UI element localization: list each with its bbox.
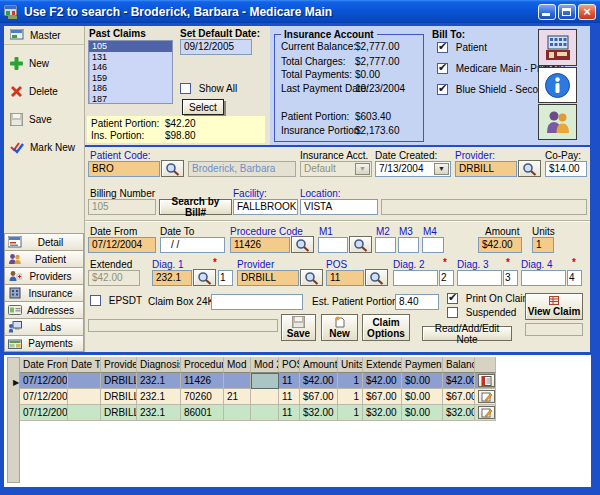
- claim-options-button[interactable]: Claim Options: [362, 314, 410, 341]
- past-claim-item[interactable]: 146: [89, 62, 172, 73]
- epsdt-checkbox[interactable]: [90, 295, 101, 306]
- grid-cell[interactable]: 86001: [181, 405, 224, 421]
- diag2-field[interactable]: [393, 270, 438, 286]
- pos-search-button[interactable]: [365, 269, 388, 286]
- grid-cell[interactable]: 1: [338, 373, 363, 389]
- grid-col-header[interactable]: Diagnosis: [137, 357, 181, 373]
- pos-field[interactable]: 11: [326, 270, 364, 286]
- provider2-search-button[interactable]: [300, 269, 323, 286]
- past-claims-list[interactable]: 105 131 146 159 186 187: [88, 40, 173, 104]
- grid-col-header[interactable]: Date To: [68, 357, 101, 373]
- grid-cell[interactable]: [224, 373, 251, 389]
- bill-to-patient-checkbox[interactable]: [437, 42, 448, 53]
- grid-cell[interactable]: 1: [338, 389, 363, 405]
- grid-cell[interactable]: [224, 405, 251, 421]
- grid-cell[interactable]: $32.00: [300, 405, 338, 421]
- diag2-pointer-field[interactable]: 2: [439, 270, 454, 286]
- grid-cell[interactable]: 07/12/2004: [20, 389, 68, 405]
- show-all-checkbox[interactable]: [180, 83, 191, 94]
- grid-cell[interactable]: $0.00: [402, 373, 443, 389]
- date-to-field[interactable]: / /: [160, 237, 225, 253]
- grid-col-header[interactable]: Provider: [101, 357, 137, 373]
- grid-cell[interactable]: $67.00: [443, 389, 475, 405]
- sidebar-item-addresses[interactable]: Addresses: [4, 301, 84, 318]
- diag3-pointer-field[interactable]: 3: [503, 270, 518, 286]
- amount-field[interactable]: $42.00: [478, 237, 522, 253]
- grid-col-header[interactable]: Date From: [20, 357, 68, 373]
- date-from-field[interactable]: 07/12/2004: [88, 237, 156, 253]
- row-selector-column[interactable]: ▶: [7, 357, 20, 483]
- patient-search-button[interactable]: [161, 160, 184, 177]
- view-claim-button[interactable]: View Claim: [525, 293, 583, 320]
- info-button[interactable]: [538, 67, 577, 103]
- grid-col-header[interactable]: Procedure: [181, 357, 224, 373]
- facility-field[interactable]: FALLBROOK: [233, 199, 298, 215]
- past-claim-item[interactable]: 186: [89, 83, 172, 94]
- grid-cell[interactable]: 232.1: [137, 373, 181, 389]
- patient-code-field[interactable]: BRO: [88, 161, 160, 177]
- sidebar-action-delete[interactable]: Delete: [4, 82, 84, 101]
- sidebar-action-new[interactable]: New: [4, 54, 84, 73]
- past-claim-item[interactable]: 187: [89, 94, 172, 105]
- diag1-field[interactable]: 232.1: [152, 270, 192, 286]
- edit-icon[interactable]: [478, 406, 495, 419]
- sidebar-master-tab[interactable]: Master: [4, 26, 84, 45]
- sidebar-action-save[interactable]: Save: [4, 110, 84, 129]
- grid-cell[interactable]: $32.00: [443, 405, 475, 421]
- grid-cell[interactable]: 07/12/2004: [20, 405, 68, 421]
- print-on-claim-checkbox[interactable]: [447, 293, 458, 304]
- date-created-dropdown[interactable]: 7/13/2004▼: [375, 161, 451, 177]
- grid-cell[interactable]: 232.1: [137, 389, 181, 405]
- diag4-pointer-field[interactable]: 4: [567, 270, 582, 286]
- grid-cell[interactable]: $67.00: [363, 389, 402, 405]
- grid-cell[interactable]: $32.00: [363, 405, 402, 421]
- grid-cell[interactable]: 70260: [181, 389, 224, 405]
- procedure-code-field[interactable]: 11426: [230, 237, 290, 253]
- grid-col-header[interactable]: Mod 2: [251, 357, 279, 373]
- grid-cell[interactable]: $67.00: [300, 389, 338, 405]
- m1-search-button[interactable]: [349, 236, 372, 253]
- grid-cell[interactable]: 21: [224, 389, 251, 405]
- table-row[interactable]: 07/12/2004 DRBILL 232.1 70260 21 11 $67.…: [20, 389, 496, 405]
- search-by-bill-button[interactable]: Search by Bill#: [159, 199, 232, 215]
- sidebar-item-patient[interactable]: Patient: [4, 250, 84, 267]
- note-icon[interactable]: [478, 374, 495, 387]
- edit-icon[interactable]: [478, 390, 495, 403]
- diag4-field[interactable]: [521, 270, 566, 286]
- m4-field[interactable]: [422, 237, 444, 253]
- claim-box-24k-field[interactable]: [211, 294, 303, 310]
- provider-field[interactable]: DRBILL: [455, 161, 517, 177]
- grid-cell[interactable]: $0.00: [402, 389, 443, 405]
- diag1-search-button[interactable]: [193, 269, 216, 286]
- grid-col-header[interactable]: Amount: [300, 357, 338, 373]
- set-default-date-field[interactable]: 09/12/2005: [180, 39, 252, 55]
- bill-to-blueshield-checkbox[interactable]: [437, 84, 448, 95]
- grid-col-header[interactable]: Extended: [363, 357, 402, 373]
- grid-cell[interactable]: $42.00: [363, 373, 402, 389]
- units-field[interactable]: 1: [532, 237, 554, 253]
- close-button[interactable]: ×: [578, 4, 596, 20]
- grid-cell[interactable]: 1: [338, 405, 363, 421]
- grid-col-header[interactable]: Payments: [402, 357, 443, 373]
- table-row[interactable]: 07/12/2004 DRBILL 232.1 86001 11 $32.00 …: [20, 405, 496, 421]
- est-patient-portion-field[interactable]: 8.40: [395, 294, 439, 310]
- grid-cell[interactable]: 07/12/2004: [20, 373, 68, 389]
- past-claim-item[interactable]: 131: [89, 52, 172, 63]
- diag1-pointer-field[interactable]: 1: [218, 270, 233, 286]
- location-field[interactable]: VISTA: [300, 199, 378, 215]
- grid-cell[interactable]: [68, 373, 101, 389]
- grid-cell[interactable]: [68, 389, 101, 405]
- grid-cell[interactable]: [68, 405, 101, 421]
- grid-cell-focused[interactable]: [251, 373, 279, 389]
- diag3-field[interactable]: [457, 270, 502, 286]
- guarantor-button[interactable]: [538, 104, 577, 140]
- past-claim-item[interactable]: 159: [89, 73, 172, 84]
- save-claim-button[interactable]: Save: [281, 314, 316, 341]
- m1-field[interactable]: [318, 237, 348, 253]
- grid-cell[interactable]: $42.00: [443, 373, 475, 389]
- sidebar-item-detail[interactable]: Detail: [4, 233, 84, 250]
- read-add-edit-note-button[interactable]: Read/Add/Edit Note: [422, 326, 512, 341]
- grid-cell[interactable]: [251, 405, 279, 421]
- m2-field[interactable]: [375, 237, 396, 253]
- grid-col-header[interactable]: Mod 1: [224, 357, 251, 373]
